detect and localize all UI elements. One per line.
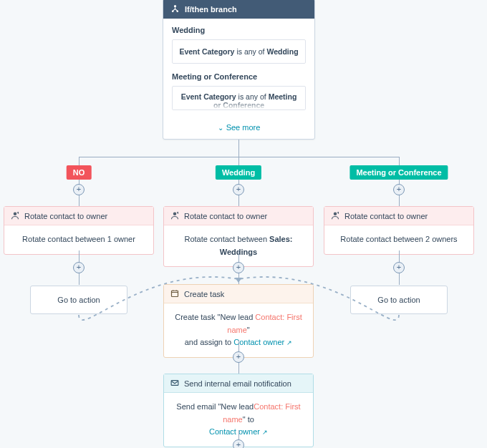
card-header: Rotate contact to owner: [4, 207, 153, 225]
external-link-icon: ↗: [286, 338, 292, 348]
svg-rect-6: [172, 291, 178, 296]
svg-point-1: [172, 10, 174, 12]
card-title: Create task: [184, 290, 224, 298]
card-title: Send internal email notification: [184, 379, 291, 388]
workflow-canvas: If/then branch Wedding Event Category is…: [0, 0, 487, 448]
ifthen-branch-label-1: Wedding: [172, 26, 306, 34]
ifthen-filter-1[interactable]: Event Category is any of Wedding: [172, 39, 306, 64]
connector: [399, 157, 400, 165]
svg-point-2: [176, 10, 178, 12]
branch-badge-meeting[interactable]: Meeting or Conference: [349, 165, 448, 180]
svg-point-5: [334, 213, 337, 216]
branch-badge-wedding[interactable]: Wedding: [216, 165, 261, 180]
rotate-contact-card-left[interactable]: Rotate contact to owner Rotate contact b…: [4, 206, 154, 255]
add-action-button[interactable]: +: [233, 351, 244, 363]
see-more-link[interactable]: ⌄See more: [163, 119, 314, 139]
card-title: Rotate contact to owner: [344, 212, 428, 220]
add-action-button[interactable]: +: [73, 184, 85, 195]
card-header: Rotate contact to owner: [164, 207, 313, 225]
contact-owner-link[interactable]: Contact owner ↗: [233, 338, 292, 346]
branch-icon: [170, 4, 180, 14]
connector: [238, 157, 239, 165]
branch-badge-no[interactable]: NO: [67, 165, 92, 180]
owner-icon: [11, 211, 20, 220]
add-action-button[interactable]: +: [393, 184, 405, 195]
svg-point-0: [174, 5, 176, 7]
add-action-button[interactable]: +: [233, 439, 244, 448]
card-title: Rotate contact to owner: [24, 212, 107, 220]
owner-icon: [170, 211, 180, 220]
svg-point-4: [173, 213, 177, 216]
add-action-button[interactable]: +: [233, 184, 244, 195]
rotate-contact-card-right[interactable]: Rotate contact to owner Rotate contact b…: [324, 206, 474, 255]
arrowhead-icon: [235, 278, 242, 283]
card-header: Create task: [164, 285, 313, 303]
envelope-icon: [170, 379, 180, 388]
card-body: Rotate contact between 2 owners: [324, 225, 473, 254]
ifthen-branch-label-2: Meeting or Conference: [172, 72, 306, 81]
card-header: Rotate contact to owner: [324, 207, 473, 225]
calendar-icon: [170, 289, 180, 298]
svg-point-3: [14, 213, 17, 216]
add-action-button[interactable]: +: [233, 262, 244, 273]
card-header: Send internal email notification: [164, 374, 313, 393]
card-title: Rotate contact to owner: [184, 212, 267, 220]
goto-action-card-left[interactable]: Go to action: [30, 286, 127, 314]
svg-rect-7: [171, 381, 178, 386]
connector: [79, 157, 79, 165]
card-body: Rotate contact between 1 owner: [4, 225, 153, 254]
ifthen-filter-2[interactable]: Event Category is any of Meeting or Conf…: [172, 86, 306, 110]
add-action-button[interactable]: +: [73, 262, 85, 273]
connector: [238, 140, 239, 157]
chevron-down-icon: ⌄: [218, 124, 223, 132]
owner-icon: [331, 211, 340, 220]
add-action-button[interactable]: +: [393, 262, 405, 273]
ifthen-header: If/then branch: [163, 0, 314, 19]
ifthen-title: If/then branch: [185, 5, 237, 14]
goto-action-card-right[interactable]: Go to action: [350, 286, 448, 314]
external-link-icon: ↗: [262, 427, 268, 437]
ifthen-branch-card[interactable]: If/then branch Wedding Event Category is…: [163, 0, 315, 140]
